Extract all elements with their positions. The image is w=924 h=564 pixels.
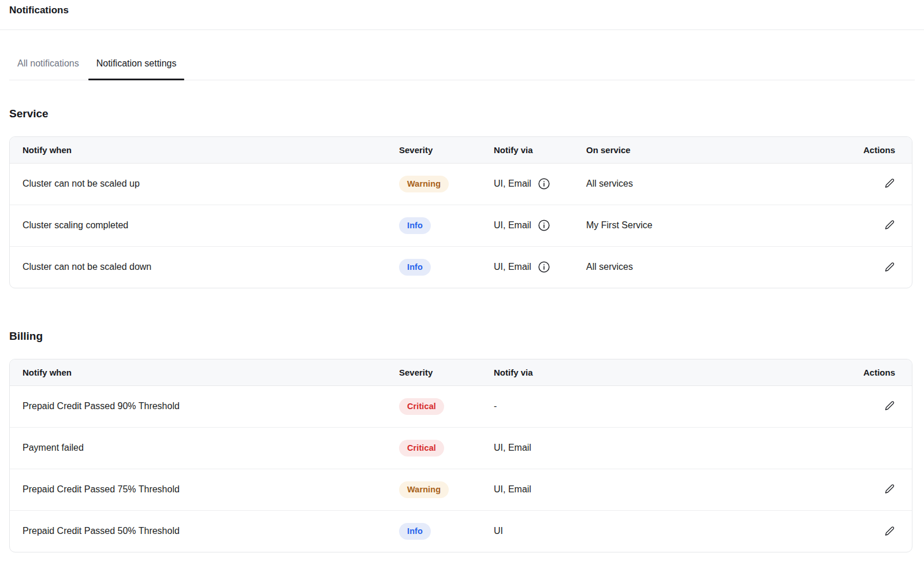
- cell-notify-when: Cluster scaling completed: [10, 205, 399, 246]
- cell-notify-when: Payment failed: [10, 427, 399, 469]
- cell-notify-when: Cluster can not be scaled up: [10, 163, 399, 205]
- billing-section-heading: Billing: [9, 329, 915, 343]
- info-circle-icon[interactable]: [538, 261, 550, 273]
- edit-button[interactable]: [884, 177, 895, 189]
- pencil-icon: [885, 262, 895, 272]
- column-header-severity: Severity: [399, 359, 494, 385]
- cell-notify-when: Prepaid Credit Passed 50% Threshold: [10, 510, 399, 552]
- cell-actions: [837, 385, 912, 427]
- section-service: Service Notify when Severity Notify via …: [0, 107, 924, 288]
- table-row: Cluster can not be scaled down Info UI, …: [10, 246, 912, 288]
- service-section-heading: Service: [9, 107, 915, 121]
- severity-badge: Info: [399, 259, 431, 276]
- section-billing: Billing Notify when Severity Notify via …: [0, 329, 924, 552]
- cell-actions: [837, 205, 912, 246]
- edit-button[interactable]: [884, 400, 895, 411]
- edit-button[interactable]: [884, 483, 895, 495]
- tab-notification-settings[interactable]: Notification settings: [88, 58, 185, 80]
- cell-actions: [837, 427, 912, 469]
- pencil-icon: [885, 484, 895, 494]
- service-table: Notify when Severity Notify via On servi…: [9, 136, 912, 288]
- cell-on-service: My First Service: [586, 205, 837, 246]
- cell-notify-via: UI, Email: [494, 246, 586, 288]
- table-row: Cluster can not be scaled up Warning UI,…: [10, 163, 912, 205]
- column-header-actions: Actions: [837, 359, 912, 385]
- cell-notify-via: -: [494, 385, 837, 427]
- cell-actions: [837, 163, 912, 205]
- column-header-actions: Actions: [837, 137, 912, 163]
- notify-via-text: UI, Email: [494, 220, 531, 231]
- severity-badge: Info: [399, 523, 431, 540]
- cell-severity: Info: [399, 205, 494, 246]
- table-row: Prepaid Credit Passed 75% Threshold Warn…: [10, 469, 912, 510]
- edit-button[interactable]: [884, 219, 895, 231]
- notify-via-text: UI, Email: [494, 179, 531, 189]
- cell-severity: Warning: [399, 469, 494, 510]
- pencil-icon: [885, 220, 895, 229]
- cell-on-service: All services: [586, 246, 837, 288]
- column-header-notify-when: Notify when: [10, 359, 399, 385]
- notify-via-text: UI, Email: [494, 262, 531, 272]
- billing-table: Notify when Severity Notify via Actions …: [9, 359, 912, 552]
- cell-notify-when: Prepaid Credit Passed 75% Threshold: [10, 469, 399, 510]
- pencil-icon: [885, 526, 895, 536]
- table-row: Cluster scaling completed Info UI, Email…: [10, 205, 912, 246]
- cell-notify-via: UI, Email: [494, 205, 586, 246]
- cell-severity: Info: [399, 510, 494, 552]
- edit-button[interactable]: [884, 525, 895, 536]
- pencil-icon: [885, 178, 895, 188]
- edit-button[interactable]: [884, 261, 895, 272]
- table-row: Prepaid Credit Passed 50% Threshold Info…: [10, 510, 912, 552]
- page-title: Notifications: [9, 5, 915, 16]
- severity-badge: Critical: [399, 398, 444, 415]
- info-circle-icon[interactable]: [538, 178, 550, 190]
- severity-badge: Info: [399, 217, 431, 234]
- cell-severity: Critical: [399, 385, 494, 427]
- service-header-row: Notify when Severity Notify via On servi…: [10, 137, 912, 163]
- column-header-notify-when: Notify when: [10, 137, 399, 163]
- column-header-notify-via: Notify via: [494, 137, 586, 163]
- cell-notify-via: UI, Email: [494, 469, 837, 510]
- cell-on-service: All services: [586, 163, 837, 205]
- tab-all-notifications[interactable]: All notifications: [9, 58, 87, 80]
- severity-badge: Critical: [399, 440, 444, 457]
- cell-notify-when: Prepaid Credit Passed 90% Threshold: [10, 385, 399, 427]
- info-circle-icon[interactable]: [538, 220, 550, 231]
- page-header: Notifications: [0, 0, 924, 30]
- cell-notify-via: UI: [494, 510, 837, 552]
- cell-severity: Info: [399, 246, 494, 288]
- cell-actions: [837, 510, 912, 552]
- cell-actions: [837, 246, 912, 288]
- cell-notify-via: UI, Email: [494, 427, 837, 469]
- tabs-bar: All notifications Notification settings: [9, 58, 915, 80]
- table-row: Prepaid Credit Passed 90% Threshold Crit…: [10, 385, 912, 427]
- severity-badge: Warning: [399, 481, 449, 498]
- billing-header-row: Notify when Severity Notify via Actions: [10, 359, 912, 385]
- column-header-on-service: On service: [586, 137, 837, 163]
- pencil-icon: [885, 400, 895, 410]
- cell-actions: [837, 469, 912, 510]
- cell-notify-when: Cluster can not be scaled down: [10, 246, 399, 288]
- cell-notify-via: UI, Email: [494, 163, 586, 205]
- severity-badge: Warning: [399, 176, 449, 192]
- cell-severity: Warning: [399, 163, 494, 205]
- table-row: Payment failed Critical UI, Email: [10, 427, 912, 469]
- column-header-severity: Severity: [399, 137, 494, 163]
- column-header-notify-via: Notify via: [494, 359, 837, 385]
- cell-severity: Critical: [399, 427, 494, 469]
